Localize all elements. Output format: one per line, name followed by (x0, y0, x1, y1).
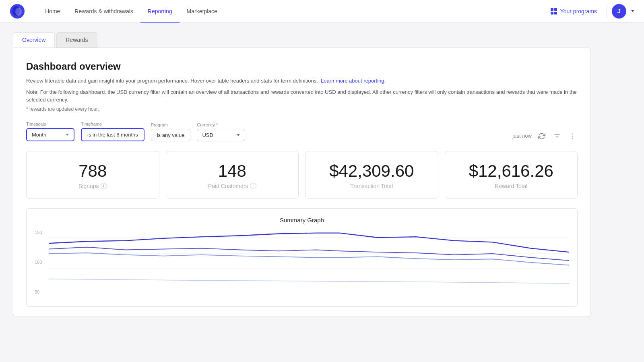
logo[interactable] (10, 4, 25, 19)
svg-point-6 (572, 133, 573, 134)
program-filter-group: Program is any value (151, 122, 191, 141)
tab-overview[interactable]: Overview (13, 32, 55, 48)
graph-line-1 (49, 233, 569, 252)
currency-select[interactable]: USD (197, 129, 245, 141)
grid-icon (551, 8, 557, 14)
currency-label: Currency * (197, 122, 245, 127)
timeframe-filter-group: Timeframe is in the last 6 months (81, 122, 144, 141)
paid-customers-info-icon[interactable]: i (250, 183, 256, 189)
paid-customers-label: Paid Customers i (174, 183, 291, 189)
header-divider (607, 5, 607, 18)
stat-paid-customers: 148 Paid Customers i (166, 151, 299, 199)
graph-title: Summary Graph (35, 217, 569, 223)
y-label-100: 100 (35, 260, 49, 265)
refresh-button[interactable] (537, 131, 547, 141)
stats-row: 788 Signups i 148 Paid Customers i $42,3… (26, 151, 578, 199)
filters-row: Timescale Month Timeframe is in the last… (26, 122, 578, 141)
your-programs-button[interactable]: Your programs (546, 6, 602, 17)
nav-home[interactable]: Home (38, 0, 67, 23)
stat-signups: 788 Signups i (26, 151, 159, 199)
svg-point-7 (572, 135, 573, 136)
avatar[interactable]: J (612, 4, 626, 19)
timescale-label: Timescale (26, 122, 74, 126)
program-select[interactable]: is any value (151, 129, 191, 141)
header-right: Your programs J (546, 4, 634, 19)
y-label-50: 50 (35, 290, 49, 294)
header: Home Rewards & withdrawals Reporting Mar… (0, 0, 644, 23)
avatar-chevron-icon[interactable] (631, 10, 634, 12)
reward-total-label: Reward Total (453, 183, 570, 189)
paid-customers-value: 148 (174, 163, 291, 180)
nav-reporting[interactable]: Reporting (140, 0, 180, 23)
main-nav: Home Rewards & withdrawals Reporting Mar… (38, 0, 546, 23)
svg-point-8 (572, 138, 573, 139)
signups-label: Signups i (35, 183, 151, 189)
tab-rewards[interactable]: Rewards (56, 32, 97, 48)
timescale-select[interactable]: Month (26, 128, 74, 141)
filters-right: just now (512, 131, 578, 141)
learn-more-link[interactable]: Learn more about reporting. (321, 78, 386, 84)
timeframe-select[interactable]: is in the last 6 months (81, 128, 144, 141)
signups-info-icon[interactable]: i (101, 183, 107, 189)
currency-caret-icon (237, 134, 240, 136)
graph-line-4 (49, 279, 569, 283)
graph-area: 150 100 50 (35, 230, 569, 302)
stat-transaction-total: $42,309.60 Transaction Total (305, 151, 438, 199)
graph-y-labels: 150 100 50 (35, 230, 49, 294)
main-content: Overview Rewards Dashboard overview Revi… (0, 23, 604, 327)
tabs: Overview Rewards (13, 32, 591, 48)
summary-graph: Summary Graph 150 100 50 (26, 208, 578, 307)
reward-total-value: $12,616.26 (453, 163, 570, 180)
svg-point-2 (15, 8, 22, 16)
program-label: Program (151, 122, 191, 127)
transaction-total-label: Transaction Total (314, 183, 430, 189)
timeframe-label: Timeframe (81, 122, 144, 126)
dashboard-asterisk-note: * rewards are updated every hour. (26, 106, 578, 112)
signups-value: 788 (35, 163, 151, 180)
more-options-button[interactable] (567, 131, 578, 141)
timescale-caret-icon (66, 134, 69, 136)
graph-svg (49, 230, 569, 285)
refresh-time: just now (512, 133, 532, 139)
dashboard-description: Review filterable data and gain insight … (26, 77, 578, 85)
dashboard-card: Dashboard overview Review filterable dat… (13, 48, 591, 317)
filter-icon[interactable] (552, 131, 562, 141)
y-label-150: 150 (35, 230, 49, 235)
nav-marketplace[interactable]: Marketplace (180, 0, 225, 23)
timescale-filter-group: Timescale Month (26, 122, 74, 141)
dashboard-title: Dashboard overview (26, 61, 578, 72)
currency-value: USD (202, 132, 213, 138)
nav-rewards[interactable]: Rewards & withdrawals (67, 0, 140, 23)
your-programs-label: Your programs (560, 8, 597, 14)
dashboard-note: Note: For the following dashboard, the U… (26, 88, 578, 104)
timescale-value: Month (32, 132, 46, 138)
currency-filter-group: Currency * USD (197, 122, 245, 141)
transaction-total-value: $42,309.60 (314, 163, 430, 180)
graph-line-3 (49, 253, 569, 265)
stat-reward-total: $12,616.26 Reward Total (445, 151, 578, 199)
